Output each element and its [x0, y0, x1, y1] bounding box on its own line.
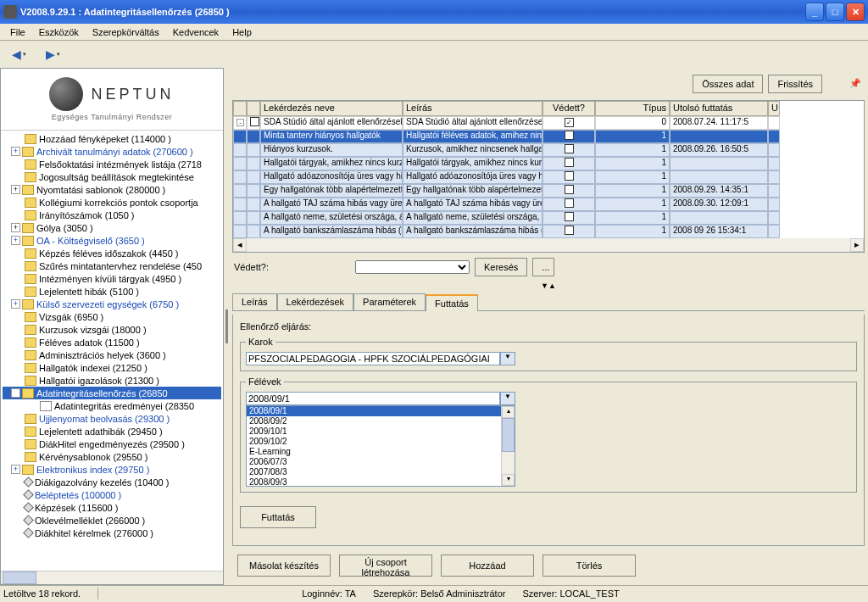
list-item[interactable]: 2008/09/1 [247, 406, 501, 416]
tree-node[interactable]: Jogosultság beállítások megtekintése [3, 170, 221, 183]
table-row[interactable]: Hallgatói tárgyak, amikhez nincs kurzuHa… [233, 157, 864, 170]
semesters-listbox[interactable]: 2008/09/12008/09/22009/10/12009/10/2E-Le… [246, 405, 515, 487]
logo-icon [49, 77, 83, 111]
tree-node[interactable]: Szűrés mintatantervhez rendelése (450 [3, 259, 221, 272]
menu-roleswitch[interactable]: Szerepkörváltás [86, 25, 166, 39]
menu-favorites[interactable]: Kedvencek [166, 25, 225, 39]
col-description[interactable]: Leírás [403, 101, 542, 116]
col-lastrun[interactable]: Utolsó futtatás [670, 101, 768, 116]
tree-node[interactable]: +Elektronikus index (29750 ) [3, 463, 221, 476]
semesters-combo[interactable] [246, 392, 500, 405]
tree-node[interactable]: Hallgatói igazolások (21300 ) [3, 374, 221, 387]
table-row[interactable]: Minta tanterv hiányos hallgatókHallgatói… [233, 130, 864, 143]
tree-node[interactable]: Diákigazolvány kezelés (10400 ) [3, 476, 221, 488]
all-data-button[interactable]: Összes adat [693, 75, 763, 93]
collapse-icon[interactable]: ▼▲ [232, 281, 865, 290]
tree-node[interactable]: +OA - Költségviselő (3650 ) [3, 234, 221, 247]
close-button[interactable]: ✕ [846, 3, 865, 21]
nav-tree[interactable]: Hozzáad fényképeket (114000 )+Archivált … [1, 131, 223, 571]
list-item[interactable]: 2008/09/3 [247, 477, 501, 486]
tab-run[interactable]: Futtatás [426, 294, 478, 311]
tree-expander[interactable]: + [11, 299, 20, 309]
tab-description[interactable]: Leírás [232, 293, 277, 310]
tree-node[interactable]: +Archivált tanulmányi adatok (270600 ) [3, 145, 221, 158]
filter-select[interactable] [355, 260, 470, 274]
tree-node[interactable]: Irányítószámok (1050 ) [3, 209, 221, 221]
tree-node[interactable]: Adminisztrációs helyek (3600 ) [3, 348, 221, 361]
add-button[interactable]: Hozzáad [441, 555, 534, 577]
list-item[interactable]: 2009/10/1 [247, 426, 501, 437]
list-item[interactable]: 2009/10/2 [247, 437, 501, 447]
tree-node[interactable]: Vizsgák (6950 ) [3, 310, 221, 323]
list-item[interactable]: 2008/09/2 [247, 416, 501, 426]
table-row[interactable]: A hallgató TAJ száma hibás vagy üresA ha… [233, 198, 864, 211]
tree-node[interactable]: Kérvénysablonok (29550 ) [3, 450, 221, 463]
tree-node[interactable]: +Nyomtatási sablonok (280000 ) [3, 183, 221, 196]
tab-parameters[interactable]: Paraméterek [353, 293, 426, 310]
table-row[interactable]: Hiányos kurzusok.Kurzusok, amikhez nincs… [233, 143, 864, 157]
col-protected[interactable]: Védett? [542, 101, 595, 116]
table-row[interactable]: -SDA Stúdió által ajánlott ellenőrzésekS… [233, 116, 864, 130]
search-button[interactable]: Keresés [475, 258, 527, 276]
tree-node[interactable]: Oklevélmelléklet (266000 ) [3, 514, 221, 527]
tree-node[interactable]: Felsőoktatási intézmények listája (2718 [3, 158, 221, 170]
run-button[interactable]: Futtatás [240, 506, 316, 528]
menu-file[interactable]: File [3, 25, 32, 39]
list-item[interactable]: 2006/07/3 [247, 457, 501, 467]
tree-expander[interactable]: + [11, 236, 20, 245]
pin-icon[interactable]: 📌 [849, 78, 861, 90]
back-button[interactable]: ◀▾ [7, 44, 31, 64]
tab-queries[interactable]: Lekérdezések [277, 293, 354, 310]
tree-node[interactable]: Beléptetés (100000 ) [3, 488, 221, 501]
tree-expander[interactable]: - [11, 388, 20, 398]
tree-expander[interactable]: + [11, 223, 20, 232]
tree-node[interactable]: Adatintegritás eredményei (28350 [3, 399, 221, 412]
tree-node[interactable]: Féléves adatok (11500 ) [3, 336, 221, 348]
tree-expander[interactable]: + [11, 185, 20, 194]
listbox-scrollbar[interactable]: ▴▾ [501, 406, 515, 486]
tree-node[interactable]: Képzés féléves időszakok (4450 ) [3, 247, 221, 259]
table-row[interactable]: A hallgató bankszámlaszáma hibás (haA ha… [233, 225, 864, 238]
faculties-combo[interactable] [246, 352, 500, 365]
list-item[interactable]: 2007/08/3 [247, 467, 501, 477]
tree-node[interactable]: Képzések (115600 ) [3, 501, 221, 514]
col-u[interactable]: U [768, 101, 780, 116]
tree-node[interactable]: Diákhitel kérelmek (276000 ) [3, 527, 221, 539]
tree-node[interactable]: +Külső szervezeti egységek (6750 ) [3, 298, 221, 310]
grid-hscrollbar[interactable]: ◂▸ [233, 238, 864, 252]
tree-node[interactable]: Hozzáad fényképeket (114000 ) [3, 132, 221, 145]
tree-node[interactable]: Lejelentett adathibák (29450 ) [3, 425, 221, 438]
menu-help[interactable]: Help [225, 25, 259, 39]
tree-node[interactable]: Lejelentett hibák (5100 ) [3, 285, 221, 298]
tree-node[interactable]: Kollégiumi korrekciós pontok csoportja [3, 196, 221, 209]
tree-expander[interactable]: + [11, 147, 20, 156]
tree-node[interactable]: Hallgatók indexei (21250 ) [3, 361, 221, 374]
tree-node[interactable]: -Adatintegritásellenőrzés (26850 [3, 387, 221, 399]
chevron-down-icon[interactable]: ▼ [500, 352, 515, 365]
tree-node[interactable]: Ujjlenyomat beolvasás (29300 ) [3, 412, 221, 425]
tree-node[interactable]: +Gólya (3050 ) [3, 221, 221, 234]
tree-label: Adatintegritásellenőrzés (26850 [36, 388, 168, 399]
table-row[interactable]: Egy hallgatónak több alapértelmezett bEg… [233, 184, 864, 198]
table-row[interactable]: Hallgató adóazonosítója üres vagy hibHal… [233, 170, 864, 184]
more-button[interactable]: ... [532, 258, 554, 276]
refresh-button[interactable]: Frissítés [768, 75, 822, 93]
chevron-down-icon[interactable]: ▼ [500, 392, 515, 405]
col-queryname[interactable]: Lekérdezés neve [260, 101, 403, 116]
tree-expander[interactable]: + [11, 465, 20, 474]
tree-node[interactable]: DiákHitel engedményezés (29500 ) [3, 438, 221, 450]
menu-tools[interactable]: Eszközök [32, 25, 86, 39]
tree-node[interactable]: Kurzusok vizsgái (18000 ) [3, 323, 221, 336]
list-item[interactable]: E-Learning [247, 447, 501, 457]
data-grid[interactable]: Lekérdezés neve Leírás Védett? Típus Uto… [232, 100, 865, 253]
delete-button[interactable]: Törlés [542, 555, 636, 577]
col-type[interactable]: Típus [595, 101, 670, 116]
tree-node[interactable]: Intézményen kívüli tárgyak (4950 ) [3, 272, 221, 285]
table-row[interactable]: A hallgató neme, születési országa, állA… [233, 211, 864, 225]
tree-hscrollbar[interactable] [1, 571, 223, 584]
minimize-button[interactable]: _ [805, 3, 824, 21]
new-group-button[interactable]: Új csoport létrehozása [339, 555, 432, 577]
forward-button[interactable]: ▶▾ [41, 44, 64, 64]
make-copy-button[interactable]: Másolat készítés [237, 555, 331, 577]
maximize-button[interactable]: □ [826, 3, 844, 21]
